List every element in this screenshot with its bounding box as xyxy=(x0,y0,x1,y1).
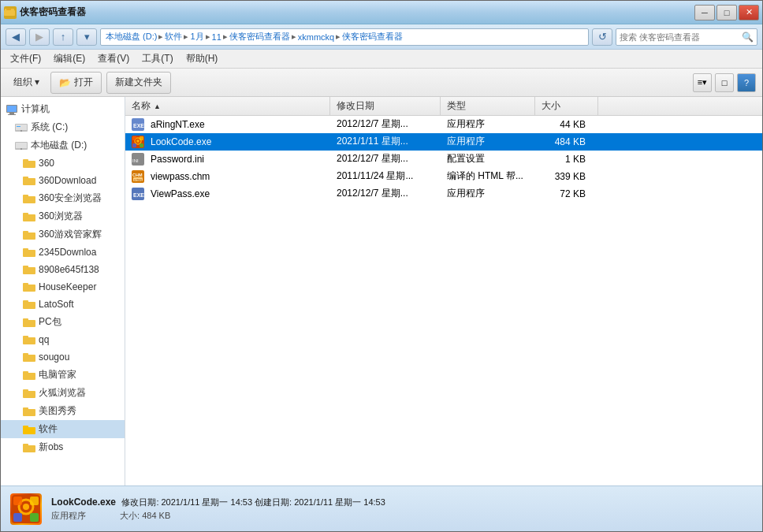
breadcrumb-item-1[interactable]: 本地磁盘 (D:) xyxy=(106,31,157,43)
file-row-password[interactable]: INI Password.ini 2012/12/7 星期... 配置设置 1 … xyxy=(125,151,762,168)
sidebar-item-firefox[interactable]: 火狐浏览器 xyxy=(1,384,125,402)
sidebar-item-ruanjian[interactable]: 软件 xyxy=(1,420,125,438)
menu-view[interactable]: 查看(V) xyxy=(91,50,136,67)
toolbar: 组织 ▾ 📂 打开 新建文件夹 ≡▾ □ ? xyxy=(1,69,762,97)
restore-button[interactable]: □ xyxy=(716,5,737,20)
svg-text:INI: INI xyxy=(132,158,139,163)
recent-button[interactable]: ▾ xyxy=(76,28,97,46)
menu-help[interactable]: 帮助(H) xyxy=(180,50,225,67)
sidebar-item-pcmanager[interactable]: 电脑管家 xyxy=(1,366,125,384)
breadcrumb-item-3[interactable]: 1月 xyxy=(190,31,203,43)
breadcrumb-item-5[interactable]: 侠客密码查看器 xyxy=(229,31,290,43)
preview-button[interactable]: □ xyxy=(715,73,734,92)
svg-rect-69 xyxy=(30,497,39,505)
svg-rect-4 xyxy=(7,106,17,112)
breadcrumb-item-6[interactable]: xkmmckq xyxy=(298,32,334,42)
search-box[interactable]: 🔍 xyxy=(616,28,757,46)
svg-rect-23 xyxy=(23,231,28,234)
file-row-viewpass-exe[interactable]: EXE ViewPass.exe 2012/12/7 星期... 应用程序 72… xyxy=(125,185,762,203)
file-row-viewpass-chm[interactable]: CHM HTML viewpass.chm 2011/11/24 星期... 编… xyxy=(125,168,762,185)
sidebar-item-newobs[interactable]: 新obs xyxy=(1,438,125,456)
folder-360sec-icon xyxy=(23,192,35,205)
svg-rect-25 xyxy=(23,248,28,251)
svg-rect-31 xyxy=(23,300,28,303)
sidebar-item-360browser[interactable]: 360浏览器 xyxy=(1,207,125,225)
file-icon-aringnt: EXE xyxy=(132,118,144,131)
help-button[interactable]: ? xyxy=(737,73,756,92)
folder-pcmgr-icon xyxy=(23,369,35,381)
folder-hk-icon xyxy=(23,281,35,293)
sidebar-content: 计算机 系统 (C:) xyxy=(1,97,125,485)
svg-rect-5 xyxy=(9,113,14,114)
sidebar-item-sougou[interactable]: sougou xyxy=(1,348,125,366)
file-size-lookcode: 484 KB xyxy=(535,136,598,147)
svg-rect-43 xyxy=(23,407,28,411)
view-mode-button[interactable]: ≡▾ xyxy=(693,73,712,92)
file-size-aringnt: 44 KB xyxy=(535,119,598,130)
content-area: 计算机 系统 (C:) xyxy=(1,97,762,485)
sidebar-label-drive-d: 本地磁盘 (D:) xyxy=(31,139,87,152)
organize-button[interactable]: 组织 ▾ xyxy=(7,72,46,94)
svg-text:CHM: CHM xyxy=(132,173,143,177)
svg-rect-19 xyxy=(23,195,28,198)
new-folder-button[interactable]: 新建文件夹 xyxy=(106,72,171,94)
file-type-aringnt: 应用程序 xyxy=(441,117,535,131)
folder-meitu-icon xyxy=(23,405,35,418)
menu-tools[interactable]: 工具(T) xyxy=(136,50,179,67)
breadcrumb-item-2[interactable]: 软件 xyxy=(165,31,182,43)
menu-file[interactable]: 文件(F) xyxy=(4,50,47,67)
sidebar-item-360game[interactable]: 360游戏管家辉 xyxy=(1,225,125,244)
sidebar-item-housekeeper[interactable]: HouseKeeper xyxy=(1,278,125,296)
svg-point-52 xyxy=(136,140,140,143)
sidebar-item-drive-d[interactable]: 本地磁盘 (D:) xyxy=(1,136,125,154)
organize-label: 组织 ▾ xyxy=(13,76,39,89)
sidebar-item-360security[interactable]: 360安全浏览器 xyxy=(1,189,125,207)
sidebar-label-ruanjian: 软件 xyxy=(39,422,58,436)
file-list: 名称 ▲ 修改日期 类型 大小 EXE xyxy=(125,97,762,485)
status-details-text: 修改日期: 2021/1/11 星期一 14:53 创建日期: 2021/1/1… xyxy=(121,497,385,507)
svg-rect-35 xyxy=(23,336,28,339)
folder-ruanjian-icon xyxy=(23,423,35,436)
close-button[interactable]: ✕ xyxy=(739,5,759,20)
sidebar-item-latosoft[interactable]: LatoSoft xyxy=(1,296,125,313)
col-header-date[interactable]: 修改日期 xyxy=(330,97,441,115)
sidebar-item-meitu[interactable]: 美图秀秀 xyxy=(1,402,125,420)
back-button[interactable]: ◀ xyxy=(6,28,26,46)
sidebar-item-computer[interactable]: 计算机 xyxy=(1,100,125,118)
refresh-button[interactable]: ↺ xyxy=(592,28,612,46)
sidebar-item-8908[interactable]: 8908e645f138 xyxy=(1,261,125,278)
file-icon-viewpass-exe: EXE xyxy=(132,188,144,200)
svg-point-9 xyxy=(20,130,22,132)
up-button[interactable]: ↑ xyxy=(53,28,73,46)
svg-rect-55 xyxy=(132,143,136,147)
sidebar-item-2345[interactable]: 2345Downloa xyxy=(1,244,125,261)
col-header-name[interactable]: 名称 ▲ xyxy=(125,97,330,115)
sidebar-item-qq[interactable]: qq xyxy=(1,331,125,348)
file-date-viewpass-exe: 2012/12/7 星期... xyxy=(330,187,441,200)
breadcrumb-item-7[interactable]: 侠客密码查看器 xyxy=(342,31,403,43)
file-row-aringnt[interactable]: EXE aRingNT.exe 2012/12/7 星期... 应用程序 44 … xyxy=(125,116,762,133)
sidebar-item-360download[interactable]: 360Download xyxy=(1,172,125,189)
breadcrumb-item-4[interactable]: 11 xyxy=(212,32,221,42)
sidebar-item-drive-c[interactable]: 系统 (C:) xyxy=(1,118,125,136)
file-row-lookcode[interactable]: LookCode.exe 2021/1/11 星期... 应用程序 484 KB xyxy=(125,133,762,151)
search-input[interactable] xyxy=(620,32,742,42)
file-date-viewpass-chm: 2011/11/24 星期... xyxy=(330,169,441,183)
menu-edit[interactable]: 编辑(E) xyxy=(47,50,91,67)
sidebar: 计算机 系统 (C:) xyxy=(1,97,125,485)
minimize-button[interactable]: ─ xyxy=(694,5,715,20)
folder-2345-icon xyxy=(23,246,35,259)
col-header-size[interactable]: 大小 xyxy=(535,97,598,115)
col-header-type[interactable]: 类型 xyxy=(441,97,535,115)
sidebar-item-pcbao[interactable]: PC包 xyxy=(1,313,125,331)
open-icon: 📂 xyxy=(59,77,71,88)
breadcrumb-bar[interactable]: 本地磁盘 (D:) ▸ 软件 ▸ 1月 ▸ 11 ▸ 侠客密码查看器 ▸ xkm… xyxy=(100,28,589,46)
sort-arrow-name: ▲ xyxy=(154,102,161,110)
new-folder-label: 新建文件夹 xyxy=(115,76,162,89)
svg-rect-37 xyxy=(23,353,28,356)
computer-icon xyxy=(6,103,18,116)
folder-8908-icon xyxy=(23,263,35,276)
forward-button[interactable]: ▶ xyxy=(29,28,50,46)
open-button[interactable]: 📂 打开 xyxy=(50,72,102,94)
sidebar-item-360[interactable]: 360 xyxy=(1,154,125,172)
